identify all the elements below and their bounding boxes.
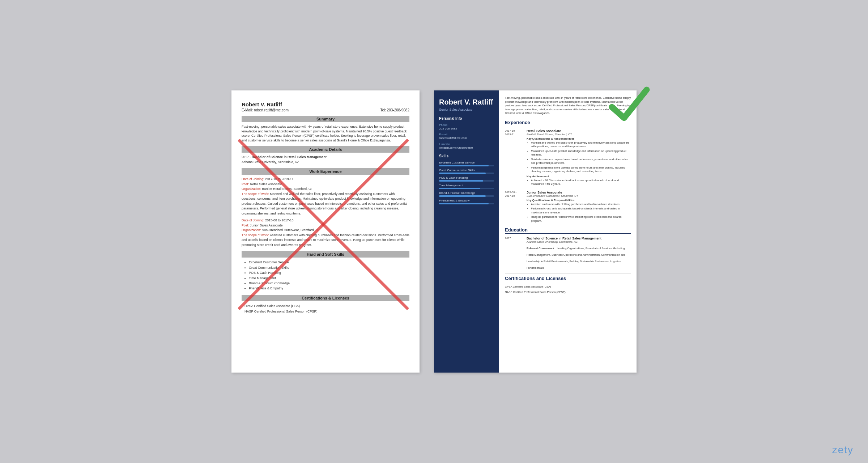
skill-bar-item-4: Time Management: [439, 184, 494, 189]
skill-bar-item-1: Excellent Customer Service: [439, 161, 494, 166]
summary-header: Summary: [242, 116, 409, 122]
personal-info-title: Personal Info: [439, 116, 494, 120]
skill-item: Excellent Customer Service: [249, 260, 409, 265]
skills-list: Excellent Customer Service Great Communi…: [242, 260, 409, 291]
main-content: Fast-moving, personable sales associate …: [499, 90, 637, 373]
exp-date-2: 2015-08 - 2017-10: [505, 191, 524, 224]
skill-item: Brand & Product Knowledge: [249, 281, 409, 286]
education-title: Education: [505, 227, 631, 234]
skill-bar-item-5: Brand & Product Knowledge: [439, 191, 494, 197]
edu-entry-1: 2017 Bachelor of Science in Retail Sales…: [505, 237, 631, 270]
good-summary: Fast-moving, personable sales associate …: [505, 96, 631, 115]
sidebar: Robert V. Ratliff Senior Sales Associate…: [434, 90, 499, 373]
skill-bar-item-2: Great Communication Skills: [439, 169, 494, 174]
zety-watermark: zety: [832, 444, 854, 456]
candidate-title: Senior Sales Associate: [439, 108, 494, 111]
exp-entry-1: 2017-10 - 2019-11 Retail Sales Associate…: [505, 129, 631, 187]
bad-resume-email: E-Mail: robert.ratliff@me.com: [242, 108, 289, 112]
bad-resume-phone: Tel: 203-208-9082: [380, 108, 409, 112]
experience-title: Experience: [505, 120, 631, 126]
cert-divider: [505, 273, 631, 273]
edu-date-1: 2017: [505, 237, 524, 270]
education-entry: 2017 - Bachelor of Science in Retail Sal…: [242, 155, 409, 165]
cert-item: NASP Certified Professional Sales Person…: [244, 309, 409, 314]
skill-bar-item-6: Friendliness & Empathy: [439, 199, 494, 204]
cert-item-2: NASP Certified Professional Sales Person…: [505, 290, 631, 294]
work-header: Work Experience: [242, 168, 409, 175]
bad-resume-name: Robert V. Ratliff: [242, 101, 409, 107]
work-entry-2: Date of Joining: 2015-08 to 2017-10 Post…: [242, 218, 409, 247]
academic-header: Academic Details: [242, 146, 409, 153]
exp-entry-2: 2015-08 - 2017-10 Junior Sales Associate…: [505, 191, 631, 224]
exp-details-2: Junior Sales Associate Sun-Drenched Oute…: [527, 191, 631, 224]
linkedin-value: linkedin.com/in/robertratliff: [439, 146, 494, 150]
cert-item: CPSA Certified Sales Associate (CSA): [244, 303, 409, 309]
cert-item-1: CPSA Certified Sales Associate (CSA): [505, 285, 631, 289]
phone-label: Phone: [439, 123, 494, 127]
skill-item: POS & Cash Handling: [249, 270, 409, 275]
skill-item: Time Management: [249, 276, 409, 281]
email-label: E-mail: [439, 133, 494, 136]
bad-resume: Robert V. Ratliff E-Mail: robert.ratliff…: [231, 90, 420, 373]
certs-header: Certifications & Licenses: [242, 295, 409, 301]
edu-details-1: Bachelor of Science in Retail Sales Mana…: [527, 237, 631, 270]
skill-item: Friendliness & Empathy: [249, 286, 409, 291]
skills-header: Hard and Soft Skills: [242, 251, 409, 258]
phone-value: 203-208-9082: [439, 127, 494, 131]
good-resume: Robert V. Ratliff Senior Sales Associate…: [434, 90, 637, 373]
email-value: robert.ratliff@me.com: [439, 136, 494, 140]
candidate-name: Robert V. Ratliff: [439, 98, 494, 106]
skills-title: Skills: [439, 154, 494, 158]
certs-list: CPSA Certified Sales Associate (CSA) NAS…: [242, 303, 409, 315]
linkedin-label: LinkedIn: [439, 143, 494, 146]
exp-date-1: 2017-10 - 2019-11: [505, 129, 524, 187]
certs-title: Certifications and Licenses: [505, 276, 631, 282]
work-entry-1: Date of Joining: 2017-10 to 2019-11 Post…: [242, 177, 409, 216]
summary-text: Fast-moving, personable sales associate …: [242, 124, 409, 143]
exp-details-1: Retail Sales Associate Bartlett Retail S…: [527, 129, 631, 187]
skill-item: Great Communication Skills: [249, 265, 409, 270]
skill-bar-item-3: POS & Cash Handling: [439, 176, 494, 182]
